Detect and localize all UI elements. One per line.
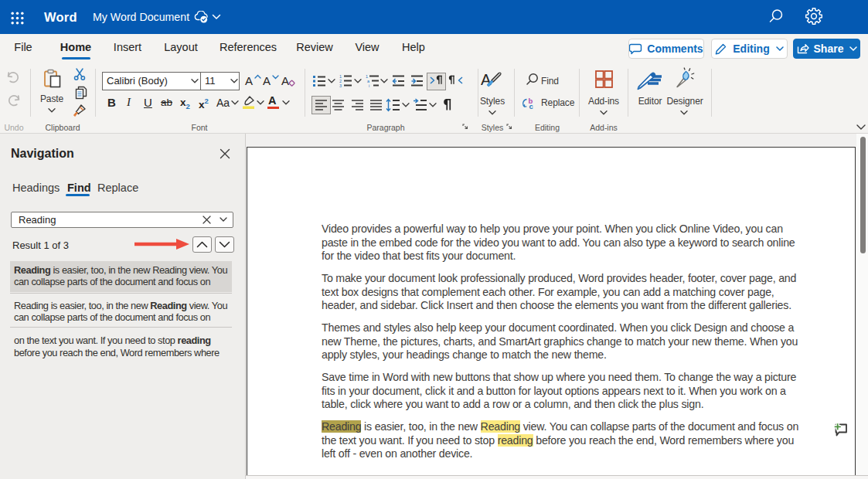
svg-text:3: 3	[339, 83, 342, 87]
svg-text:c: c	[529, 102, 533, 110]
svg-text:i: i	[369, 83, 369, 87]
